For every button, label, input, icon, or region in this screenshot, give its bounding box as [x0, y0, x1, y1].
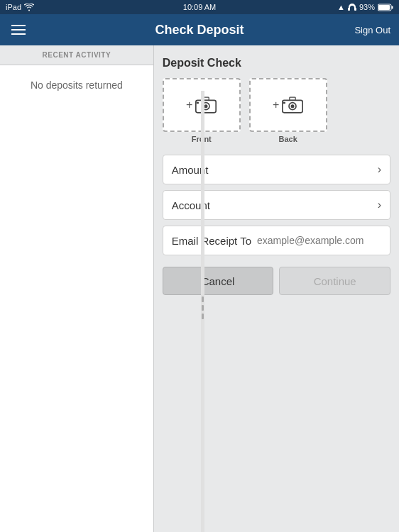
main-layout: RECENT ACTIVITY No deposits returned Dep… — [0, 45, 399, 532]
status-right: ▲ 93% — [337, 3, 393, 11]
nav-bar: Check Deposit Sign Out — [0, 14, 399, 45]
plus-icon-back: + — [273, 99, 279, 111]
recent-activity-header: RECENT ACTIVITY — [0, 45, 153, 65]
camera-icon-back — [282, 96, 303, 113]
amount-chevron-icon: › — [378, 163, 381, 176]
menu-button[interactable] — [9, 22, 28, 38]
svg-point-7 — [204, 104, 208, 108]
camera-icon-front — [195, 96, 217, 113]
left-panel: RECENT ACTIVITY No deposits returned — [0, 45, 154, 532]
back-camera-wrapper: + Back — [249, 78, 327, 143]
page-title: Check Deposit — [155, 23, 244, 38]
svg-rect-3 — [378, 5, 390, 10]
cancel-button[interactable]: Cancel — [163, 267, 274, 295]
account-field[interactable]: Account › — [163, 190, 390, 220]
scroll-indicator-1 — [202, 297, 204, 302]
svg-rect-14 — [283, 102, 285, 104]
right-panel: Deposit Check + — [154, 45, 399, 532]
svg-rect-0 — [348, 8, 350, 11]
continue-button[interactable]: Continue — [279, 267, 390, 295]
scroll-indicator-2 — [202, 305, 204, 311]
status-bar: iPad 10:09 AM ▲ 93% — [0, 0, 399, 14]
button-row: Cancel Continue — [163, 267, 390, 295]
back-camera-icon-group: + — [273, 96, 303, 113]
svg-point-12 — [291, 104, 295, 108]
svg-rect-9 — [197, 102, 199, 104]
svg-rect-1 — [354, 8, 356, 11]
hamburger-line-1 — [11, 25, 26, 26]
amount-field[interactable]: Amount › — [163, 155, 390, 184]
account-chevron-icon: › — [378, 199, 381, 211]
status-left: iPad — [6, 3, 34, 11]
headphones-icon — [348, 3, 356, 11]
divider — [201, 91, 204, 532]
status-time: 10:09 AM — [183, 3, 216, 11]
back-label: Back — [279, 135, 297, 143]
hamburger-line-2 — [11, 29, 26, 31]
wifi-icon — [24, 4, 34, 11]
email-receipt-label: Email Receipt To — [172, 235, 251, 247]
email-input[interactable] — [257, 235, 381, 246]
hamburger-line-3 — [11, 33, 26, 35]
carrier-label: iPad — [6, 3, 21, 11]
battery-label: 93% — [359, 3, 375, 11]
back-camera-box[interactable]: + — [249, 78, 327, 132]
sign-out-button[interactable]: Sign Out — [354, 25, 390, 35]
no-deposits-message: No deposits returned — [0, 65, 153, 532]
deposit-check-title: Deposit Check — [163, 57, 390, 70]
scroll-indicator-3 — [202, 314, 204, 319]
gps-icon: ▲ — [337, 3, 345, 11]
plus-icon-front: + — [186, 99, 192, 111]
email-receipt-row: Email Receipt To — [163, 226, 390, 255]
camera-row: + Front + — [163, 78, 390, 143]
battery-icon — [378, 4, 393, 11]
svg-rect-4 — [392, 6, 393, 9]
